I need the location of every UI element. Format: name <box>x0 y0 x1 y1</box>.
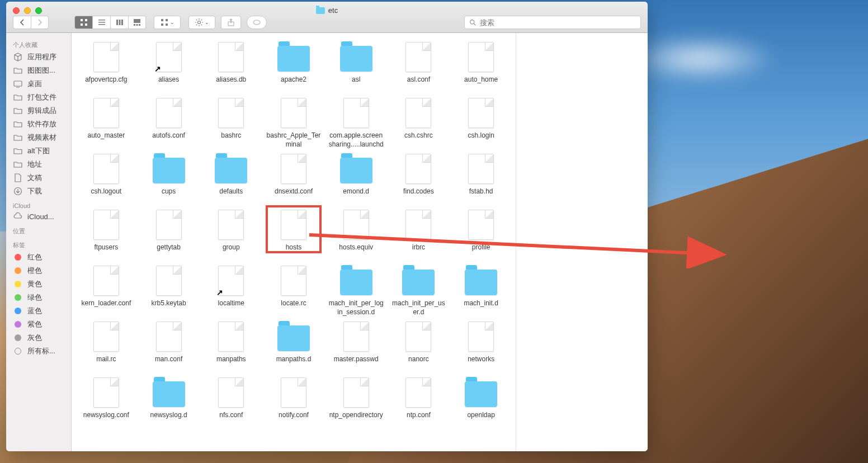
file-item[interactable]: fstab.hd <box>450 152 512 207</box>
file-item[interactable]: ntp_opendirectory <box>325 375 388 431</box>
file-item[interactable]: openldap <box>450 375 512 431</box>
file-item[interactable]: notify.conf <box>262 375 325 431</box>
file-item[interactable]: profile <box>450 207 512 263</box>
file-item[interactable]: asl <box>325 40 388 96</box>
file-item[interactable]: man.conf <box>138 319 200 375</box>
file-item[interactable]: newsyslog.d <box>138 375 200 431</box>
file-item[interactable]: master.passwd <box>325 319 388 375</box>
file-item[interactable]: defaults <box>200 152 262 207</box>
svg-rect-14 <box>161 19 163 21</box>
alias-badge-icon: ↗ <box>154 64 161 73</box>
file-item[interactable]: auto_master <box>75 96 138 152</box>
file-item[interactable]: bashrc <box>200 96 262 152</box>
arrange-button[interactable]: ⌄ <box>154 16 181 29</box>
file-item[interactable]: cups <box>138 152 200 207</box>
sidebar-tag[interactable]: 蓝色 <box>6 304 71 318</box>
sidebar-item[interactable]: 应用程序 <box>6 50 71 64</box>
file-item[interactable]: locate.rc <box>262 263 325 319</box>
file-item[interactable]: krb5.keytab <box>138 263 200 319</box>
file-item[interactable]: manpaths <box>200 319 262 375</box>
share-button[interactable] <box>221 16 241 29</box>
sidebar-tag[interactable]: 红色 <box>6 251 71 264</box>
view-mode-group <box>74 16 146 29</box>
file-item[interactable]: newsyslog.conf <box>75 375 138 431</box>
gallery-view-button[interactable] <box>128 16 146 29</box>
document-icon <box>281 98 306 128</box>
content-area[interactable]: afpovertcp.cfg↗aliasesaliases.dbapache2a… <box>72 33 516 451</box>
file-item[interactable]: group <box>200 207 262 263</box>
file-item[interactable]: mail.rc <box>75 319 138 375</box>
file-item[interactable]: hosts <box>262 207 325 263</box>
file-item[interactable]: networks <box>450 319 512 375</box>
document-icon <box>405 98 431 128</box>
action-button[interactable]: ⌄ <box>188 16 215 29</box>
file-item[interactable]: emond.d <box>325 152 388 207</box>
sidebar-item[interactable]: 下载 <box>6 185 71 198</box>
file-item[interactable]: afpovertcp.cfg <box>75 40 138 96</box>
file-item[interactable]: auto_home <box>450 40 512 96</box>
file-item[interactable]: ftpusers <box>75 207 138 263</box>
sidebar-item[interactable]: 桌面 <box>6 77 71 91</box>
file-item[interactable]: mach_init.d <box>450 263 512 319</box>
file-item[interactable]: kern_loader.conf <box>75 263 138 319</box>
file-label: com.apple.screensharing.....launchd <box>328 131 384 149</box>
search-input[interactable] <box>480 18 636 27</box>
file-item[interactable]: irbrc <box>388 207 450 263</box>
search-box[interactable] <box>464 16 641 29</box>
sidebar-item[interactable]: 视频素材 <box>6 131 71 144</box>
sidebar-item[interactable]: 图图图... <box>6 64 71 77</box>
file-item[interactable]: autofs.conf <box>138 96 200 152</box>
file-item[interactable]: asl.conf <box>388 40 450 96</box>
file-item[interactable]: nanorc <box>388 319 450 375</box>
file-item[interactable]: csh.login <box>450 96 512 152</box>
document-icon <box>281 210 306 240</box>
sidebar-tag[interactable]: 绿色 <box>6 291 71 304</box>
sidebar-item[interactable]: 软件存放 <box>6 117 71 131</box>
file-item[interactable]: apache2 <box>262 40 325 96</box>
sidebar-item[interactable]: alt下图 <box>6 144 71 158</box>
file-item[interactable]: ↗localtime <box>200 263 262 319</box>
nav-buttons <box>13 16 49 29</box>
file-item[interactable]: manpaths.d <box>262 319 325 375</box>
folder-icon <box>340 158 372 183</box>
file-item[interactable]: gettytab <box>138 207 200 263</box>
file-item[interactable]: nfs.conf <box>200 375 262 431</box>
sidebar-tag[interactable]: 灰色 <box>6 331 71 344</box>
sidebar-all-tags[interactable]: 所有标... <box>6 344 71 358</box>
sidebar-tag[interactable]: 紫色 <box>6 318 71 331</box>
list-view-button[interactable] <box>92 16 110 29</box>
file-item[interactable]: dnsextd.conf <box>262 152 325 207</box>
file-item[interactable]: csh.cshrc <box>388 96 450 152</box>
column-view-button[interactable] <box>110 16 128 29</box>
file-item[interactable]: com.apple.screensharing.....launchd <box>325 96 388 152</box>
sidebar: 个人收藏 应用程序图图图...桌面打包文件剪辑成品软件存放视频素材alt下图地址… <box>6 33 72 451</box>
sidebar-tag[interactable]: 橙色 <box>6 264 71 277</box>
document-icon <box>468 98 494 128</box>
file-item[interactable]: csh.logout <box>75 152 138 207</box>
file-item[interactable]: mach_init_per_login_session.d <box>325 263 388 319</box>
back-button[interactable] <box>13 16 31 29</box>
sidebar-item[interactable]: iCloud... <box>6 210 71 223</box>
file-item[interactable]: ↗aliases <box>138 40 200 96</box>
file-item[interactable]: aliases.db <box>200 40 262 96</box>
sidebar-item-label: 蓝色 <box>27 306 42 316</box>
sidebar-item[interactable]: 文稿 <box>6 171 71 185</box>
file-item[interactable]: ntp.conf <box>388 375 450 431</box>
sidebar-item-label: 图图图... <box>27 65 55 75</box>
file-item[interactable]: bashrc_Apple_Terminal <box>262 96 325 152</box>
file-item[interactable]: mach_init_per_user.d <box>388 263 450 319</box>
window-body: 个人收藏 应用程序图图图...桌面打包文件剪辑成品软件存放视频素材alt下图地址… <box>6 33 648 451</box>
sidebar-item[interactable]: 地址 <box>6 158 71 171</box>
sidebar-tag[interactable]: 黄色 <box>6 277 71 291</box>
folder-icon <box>13 133 23 142</box>
file-item[interactable]: find.codes <box>388 152 450 207</box>
svg-rect-11 <box>134 24 135 26</box>
sidebar-item[interactable]: 剪辑成品 <box>6 104 71 117</box>
grid-icon <box>79 18 88 27</box>
icon-view-button[interactable] <box>74 16 92 29</box>
sidebar-item[interactable]: 打包文件 <box>6 91 71 104</box>
list-icon <box>97 18 106 27</box>
tags-button[interactable] <box>247 16 267 29</box>
file-item[interactable]: hosts.equiv <box>325 207 388 263</box>
forward-button[interactable] <box>31 16 49 29</box>
